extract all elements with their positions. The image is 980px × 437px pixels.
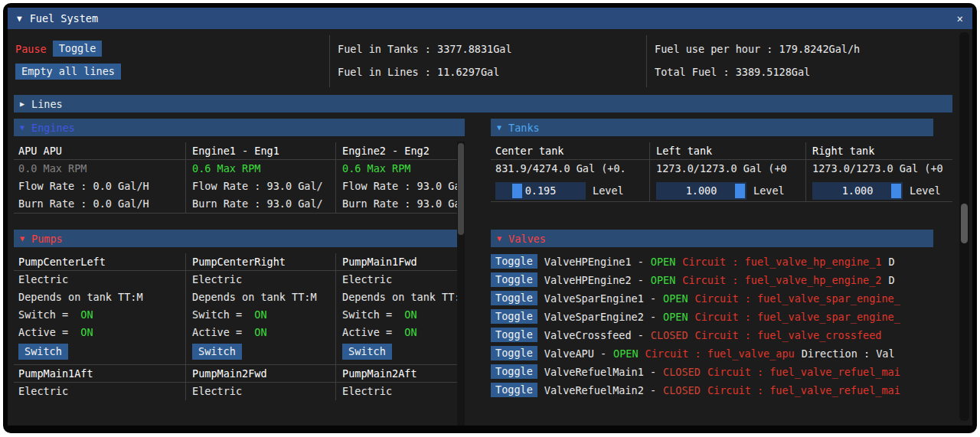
tanks-header-label: Tanks	[508, 122, 540, 134]
valve-toggle-button[interactable]: Toggle	[491, 309, 537, 324]
engine-flow-rate: Flow Rate : 0.0 Gal/H	[14, 178, 185, 195]
pump-type: Electric	[185, 383, 335, 400]
pump-type: Electric	[14, 271, 185, 289]
valves-collapsing-header[interactable]: ▼ Valves	[491, 230, 933, 247]
valve-toggle-button[interactable]: Toggle	[491, 346, 537, 360]
pump-name: PumpMain1Fwd	[335, 253, 465, 271]
tanks-collapsing-header[interactable]: ▼ Tanks	[491, 119, 933, 136]
valve-row: Toggle ValveAPU - OPEN Circuit : fuel_va…	[491, 345, 952, 361]
valve-name: ValveCrossfeed -	[544, 329, 644, 341]
lines-collapsing-header[interactable]: ▶ Lines	[14, 95, 952, 113]
window-titlebar[interactable]: ▼ Fuel System ✕	[8, 8, 972, 29]
valve-toggle-button[interactable]: Toggle	[491, 272, 537, 287]
engine-rpm: 0.6 Max RPM	[335, 160, 465, 178]
valve-row: Toggle ValveSparEngine1 - OPEN Circuit :…	[491, 290, 952, 306]
pump-switch-button[interactable]: Switch	[192, 344, 242, 360]
pumps-depends-row: Depends on tank TT:M Depends on tank TT:…	[14, 289, 465, 306]
tanks-slider-row: 0.195 Level 1.000 Level	[491, 178, 952, 201]
empty-all-lines-button[interactable]: Empty all lines	[15, 64, 121, 80]
pumps-table: PumpCenterLeft PumpCenterRight PumpMain1…	[14, 253, 465, 400]
lines-header-label: Lines	[31, 98, 63, 110]
valve-name: ValveAPU -	[544, 347, 606, 360]
tank-level-slider[interactable]: 1.000	[812, 182, 903, 200]
pump-active-status: Active = ON	[14, 324, 185, 341]
pumps-type-row: Electric Electric Electric	[14, 271, 465, 289]
valve-row: Toggle ValveRefuelMain2 - CLOSED Circuit…	[491, 382, 952, 398]
valve-name: ValveSparEngine1 -	[544, 292, 656, 305]
valve-circuit: Circuit : fuel_valve_hp_engine_2	[682, 274, 881, 286]
pumps-collapsing-header[interactable]: ▼ Pumps	[14, 230, 465, 247]
slider-label: Level	[593, 183, 624, 199]
window-scrollbar[interactable]	[959, 32, 969, 421]
pump-switch-state: ON	[80, 308, 93, 321]
engines-collapsing-header[interactable]: ▼ Engines	[14, 119, 465, 136]
pump-type: Electric	[185, 271, 335, 289]
pump-name: PumpCenterLeft	[14, 253, 185, 271]
tank-name: Right tank	[805, 142, 952, 160]
slider-label: Level	[753, 183, 785, 199]
valve-extra: D	[888, 274, 894, 286]
tank-level-slider[interactable]: 0.195	[495, 182, 586, 200]
pumps-type-row: Electric Electric Electric	[14, 383, 465, 400]
valve-row: Toggle ValveSparEngine2 - OPEN Circuit :…	[491, 308, 952, 324]
pump-name: PumpMain2Fwd	[185, 365, 335, 383]
valve-circuit: Circuit : fuel_valve_refuel_mai	[707, 366, 900, 378]
engine-burn-rate: Burn Rate : 93.0 Gal/	[335, 195, 465, 213]
chevron-down-icon: ▼	[497, 234, 501, 243]
valve-row: Toggle ValveHPEngine2 - OPEN Circuit : f…	[491, 272, 952, 288]
engines-flow-row: Flow Rate : 0.0 Gal/H Flow Rate : 93.0 G…	[14, 178, 465, 195]
right-panel: ▼ Tanks Center tank Left tank Right tank…	[491, 119, 952, 426]
toolbar-fuel-totals: Fuel use per hour : 179.8242Gal/h Total …	[646, 35, 952, 87]
engines-rpm-row: 0.0 Max RPM 0.6 Max RPM 0.6 Max RPM	[14, 160, 465, 178]
valve-toggle-button[interactable]: Toggle	[491, 254, 537, 269]
toolbar-controls: Pause Toggle Empty all lines	[14, 35, 329, 87]
valves-list: Toggle ValveHPEngine1 - OPEN Circuit : f…	[491, 253, 952, 398]
pump-depends: Depends on tank TT:M	[335, 289, 465, 306]
pump-switch-button[interactable]: Switch	[18, 344, 68, 360]
valve-state: OPEN	[663, 292, 688, 305]
pumps-button-row: Switch Switch Switch	[14, 341, 465, 364]
tanks-table: Center tank Left tank Right tank 831.9/4…	[491, 142, 952, 202]
tanks-name-row: Center tank Left tank Right tank	[491, 142, 952, 160]
valve-state: OPEN	[613, 347, 639, 360]
pump-name: PumpMain2Aft	[335, 365, 465, 383]
pumps-scrollbar-thumb[interactable]	[458, 143, 464, 235]
valve-toggle-button[interactable]: Toggle	[491, 328, 537, 342]
slider-value: 0.195	[495, 182, 586, 200]
valve-toggle-button[interactable]: Toggle	[491, 291, 537, 305]
valve-state: OPEN	[651, 256, 676, 268]
valve-toggle-button[interactable]: Toggle	[491, 364, 537, 379]
pump-switch-state: ON	[404, 308, 416, 321]
panels: ▼ Engines APU APU Engine1 - Eng1 Engine2…	[14, 119, 952, 426]
valve-name: ValveRefuelMain1 -	[544, 366, 656, 378]
pump-name: PumpMain1Aft	[14, 365, 185, 383]
engine-burn-rate: Burn Rate : 93.0 Gal/	[185, 195, 335, 213]
valves-header-label: Valves	[508, 233, 546, 245]
fuel-system-window: ▼ Fuel System ✕ Pause Toggle Empty all l…	[8, 8, 972, 426]
valve-circuit: Circuit : fuel_valve_crossfeed	[695, 329, 882, 341]
toggle-pause-button[interactable]: Toggle	[53, 41, 103, 57]
tank-amount: 831.9/4274.0 Gal (+0.	[491, 160, 649, 178]
engine-rpm: 0.6 Max RPM	[185, 160, 335, 178]
pump-switch-button[interactable]: Switch	[342, 344, 392, 360]
close-button[interactable]: ✕	[957, 12, 963, 24]
valve-toggle-button[interactable]: Toggle	[491, 383, 537, 397]
tank-level-slider[interactable]: 1.000	[656, 182, 746, 200]
pump-switch-status: Switch = ON	[14, 306, 185, 324]
window-scrollbar-thumb[interactable]	[961, 204, 968, 243]
pumps-active-row: Active = ON Active = ON Active = ON	[14, 324, 465, 341]
tanks-amount-row: 831.9/4274.0 Gal (+0. 1273.0/1273.0 Gal …	[491, 160, 952, 178]
valve-state: OPEN	[651, 274, 676, 286]
pump-active-state: ON	[404, 326, 416, 338]
engines-name-row: APU APU Engine1 - Eng1 Engine2 - Eng2	[14, 142, 465, 160]
tank-amount: 1273.0/1273.0 Gal (+0	[649, 160, 805, 178]
engines-burn-row: Burn Rate : 0.0 Gal/H Burn Rate : 93.0 G…	[14, 195, 465, 213]
pump-switch-state: ON	[254, 308, 266, 321]
pumps-name-row: PumpMain1Aft PumpMain2Fwd PumpMain2Aft	[14, 364, 465, 383]
chevron-down-icon: ▼	[20, 123, 24, 132]
pumps-scrollbar[interactable]	[457, 142, 465, 426]
collapse-arrow-icon[interactable]: ▼	[17, 14, 22, 24]
valve-extra: Direction : Val	[802, 347, 895, 360]
valve-circuit: Circuit : fuel_valve_apu	[645, 347, 795, 360]
engines-header-label: Engines	[31, 122, 75, 134]
